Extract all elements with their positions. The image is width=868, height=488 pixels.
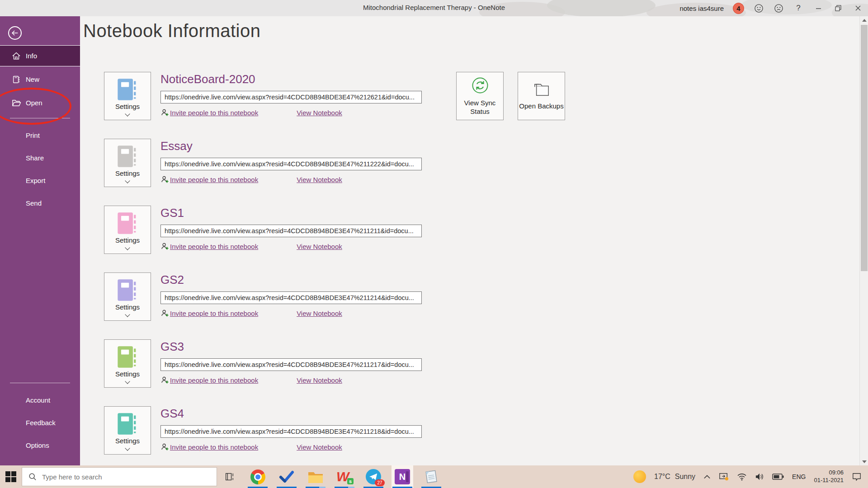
notebook-url-field[interactable]	[160, 358, 422, 371]
settings-label: Settings	[115, 103, 140, 110]
scroll-up-button[interactable]	[860, 16, 868, 24]
notebook-url-field[interactable]	[160, 291, 422, 304]
notebook-settings-button[interactable]: Settings	[104, 406, 151, 455]
language-indicator[interactable]: ENG	[792, 473, 806, 480]
view-notebook-link[interactable]: View Notebook	[297, 109, 342, 117]
settings-label: Settings	[115, 370, 140, 378]
search-icon	[28, 473, 37, 481]
notebook-name: GS3	[160, 339, 422, 354]
todo-check-icon	[279, 470, 294, 483]
sidebar-item-open[interactable]: Open	[0, 92, 80, 113]
view-notebook-link[interactable]: View Notebook	[297, 376, 342, 384]
taskbar-app-todo[interactable]	[276, 465, 297, 488]
onenote-icon: N	[395, 469, 410, 484]
notebook-url-field[interactable]	[160, 91, 422, 103]
notebook-details: Essay Invite people to this notebook Vie…	[160, 139, 422, 187]
wps-office-icon: W s	[336, 469, 353, 484]
show-hidden-icons-chevron[interactable]	[703, 474, 711, 480]
taskbar-search[interactable]	[22, 467, 217, 486]
taskbar-app-telegram[interactable]: 27	[363, 465, 384, 488]
notebook-icon	[117, 278, 138, 302]
start-button[interactable]	[0, 465, 22, 488]
back-button[interactable]	[8, 26, 22, 40]
search-input[interactable]	[42, 473, 196, 481]
add-person-icon	[160, 175, 169, 183]
taskbar-app-notepad[interactable]	[420, 465, 442, 488]
invite-people-link[interactable]: Invite people to this notebook	[160, 175, 258, 183]
display-connect-icon[interactable]	[719, 472, 729, 481]
sidebar-item-share[interactable]: Share	[0, 146, 80, 169]
invite-people-link[interactable]: Invite people to this notebook	[160, 443, 258, 451]
notebook-settings-button[interactable]: Settings	[104, 272, 151, 321]
add-person-icon	[160, 108, 169, 117]
restore-button[interactable]	[833, 2, 844, 14]
help-button[interactable]: ?	[793, 2, 804, 14]
chevron-down-icon	[125, 379, 130, 384]
notebook-settings-button[interactable]: Settings	[104, 206, 151, 254]
sidebar-item-info[interactable]: Info	[0, 45, 80, 66]
invite-people-link[interactable]: Invite people to this notebook	[160, 242, 258, 250]
notebook-url-field[interactable]	[160, 425, 422, 438]
notebook-row: Settings Essay Invite people to this not…	[104, 139, 422, 187]
taskbar-clock[interactable]: 09:06 01-11-2021	[814, 469, 844, 484]
notification-badge[interactable]: 4	[733, 3, 744, 14]
action-center-icon[interactable]	[852, 472, 862, 481]
taskbar-app-chrome[interactable]	[247, 465, 269, 488]
battery-icon[interactable]	[772, 474, 784, 480]
notebook-settings-button[interactable]: Settings	[104, 339, 151, 388]
view-notebook-link[interactable]: View Notebook	[297, 443, 342, 451]
notebook-details: GS2 Invite people to this notebook View …	[160, 272, 422, 321]
view-notebook-link[interactable]: View Notebook	[297, 310, 342, 317]
taskbar-app-onenote[interactable]: N	[392, 465, 413, 488]
scrollbar-thumb[interactable]	[861, 25, 868, 271]
sidebar-item-send[interactable]: Send	[0, 192, 80, 214]
sidebar-item-new[interactable]: New	[0, 69, 80, 90]
notebook-icon	[117, 78, 138, 101]
notebook-url-field[interactable]	[160, 158, 422, 170]
invite-people-link[interactable]: Invite people to this notebook	[160, 309, 258, 317]
view-notebook-link[interactable]: View Notebook	[297, 243, 342, 250]
invite-people-link[interactable]: Invite people to this notebook	[160, 108, 258, 117]
wifi-icon[interactable]	[737, 473, 747, 481]
scroll-down-button[interactable]	[860, 458, 868, 465]
task-view-button[interactable]	[219, 465, 240, 488]
open-backups-button[interactable]: Open Backups	[518, 72, 565, 120]
sidebar-item-label: Open	[26, 99, 42, 107]
weather-widget[interactable]: 17°C Sunny	[654, 473, 695, 481]
feedback-frown-icon[interactable]	[773, 2, 784, 14]
open-backups-label: Open Backups	[519, 102, 563, 111]
sidebar-item-account[interactable]: Account	[0, 389, 80, 411]
new-notebook-icon	[11, 75, 21, 84]
sidebar-item-print[interactable]: Print	[0, 124, 80, 146]
notebook-settings-button[interactable]: Settings	[104, 72, 151, 120]
notepad-icon	[424, 469, 439, 484]
titlebar: Mitochondrial Replacement Therapy - OneN…	[0, 0, 868, 16]
settings-label: Settings	[115, 437, 140, 445]
view-notebook-link[interactable]: View Notebook	[297, 176, 342, 183]
vertical-scrollbar[interactable]	[859, 16, 868, 465]
system-tray: 17°C Sunny ENG 09:06 01-11-2021	[633, 465, 868, 488]
add-person-icon	[160, 309, 169, 317]
invite-people-link[interactable]: Invite people to this notebook	[160, 376, 258, 384]
account-name[interactable]: notes ias4sure	[679, 5, 724, 12]
sidebar-footer: Account Feedback Options	[0, 378, 80, 456]
feedback-smile-icon[interactable]	[753, 2, 764, 14]
view-sync-status-button[interactable]: View Sync Status	[456, 72, 504, 120]
minimize-button[interactable]	[813, 2, 824, 14]
chevron-down-icon	[125, 446, 130, 450]
close-button[interactable]	[853, 2, 863, 14]
weather-sun-icon[interactable]	[633, 470, 646, 483]
notebook-settings-button[interactable]: Settings	[104, 139, 151, 187]
sidebar-item-export[interactable]: Export	[0, 169, 80, 192]
taskbar-app-wps[interactable]: W s	[334, 465, 355, 488]
taskbar-app-file-explorer[interactable]	[305, 465, 326, 488]
sidebar-item-feedback[interactable]: Feedback	[0, 411, 80, 434]
notebook-name: GS1	[160, 206, 422, 220]
time: 09:06	[814, 469, 844, 477]
backstage-sidebar: Info New Open Print Share Export Send	[0, 16, 80, 465]
notebook-name: GS2	[160, 272, 422, 287]
notebook-details: GS3 Invite people to this notebook View …	[160, 339, 422, 388]
notebook-url-field[interactable]	[160, 225, 422, 237]
sidebar-item-options[interactable]: Options	[0, 434, 80, 456]
volume-icon[interactable]	[755, 473, 764, 481]
